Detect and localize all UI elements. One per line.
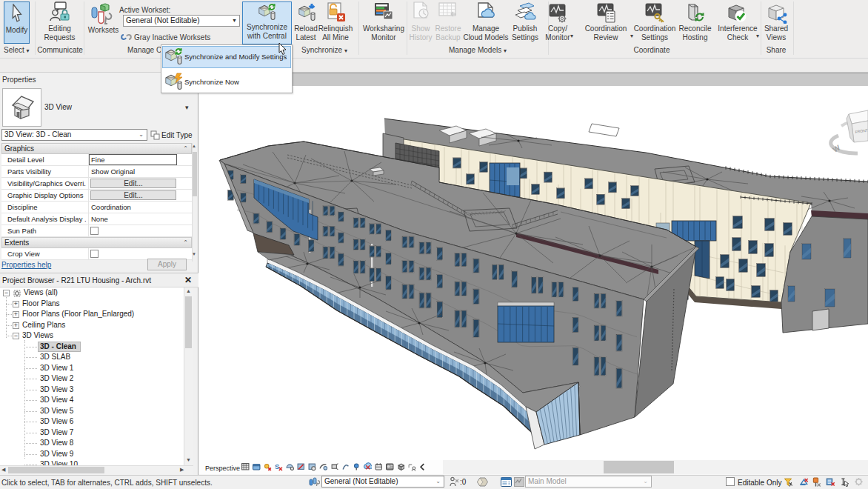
svg-text:S: S — [275, 462, 279, 470]
